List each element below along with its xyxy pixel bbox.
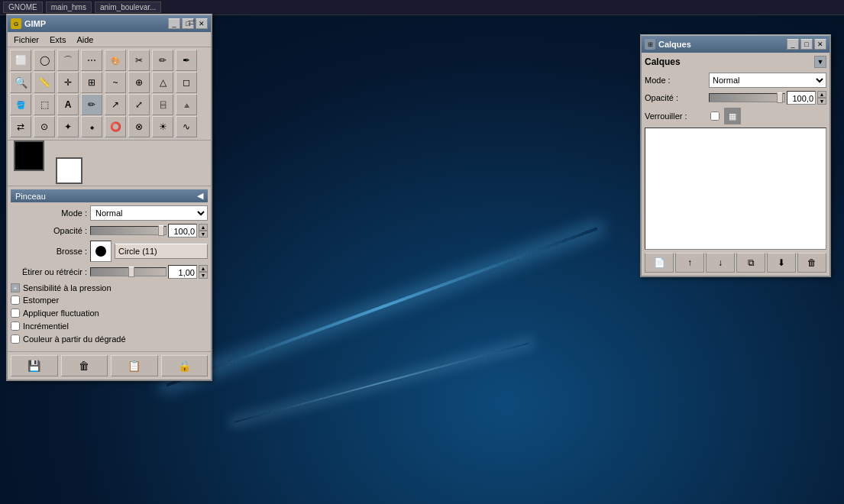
duplicate-layer-btn[interactable]: ⧉ bbox=[736, 253, 765, 273]
merge-layer-btn[interactable]: ⬇ bbox=[767, 253, 796, 273]
color-select-tool[interactable]: 🎨 bbox=[105, 50, 126, 71]
delete-bottom-btn[interactable]: 🗑 bbox=[61, 355, 108, 376]
appliquer-checkbox[interactable] bbox=[11, 309, 20, 318]
foreground-color-swatch[interactable] bbox=[14, 141, 44, 171]
brightness-tool[interactable]: ☀ bbox=[152, 116, 173, 137]
swap-colors-icon[interactable]: ⇄ bbox=[188, 17, 196, 27]
scissors-tool[interactable]: ✂ bbox=[128, 50, 150, 71]
mode-label: Mode : bbox=[11, 208, 87, 218]
brush-preview[interactable] bbox=[90, 241, 112, 262]
smudge-tool[interactable]: ~ bbox=[105, 72, 126, 93]
etirer-label: Étirer ou rétrécir : bbox=[11, 267, 87, 276]
taskbar-gimp[interactable]: GNOME bbox=[3, 2, 43, 13]
calques-menu-button[interactable]: ▼ bbox=[814, 56, 826, 68]
opacity-down[interactable]: ▼ bbox=[199, 231, 208, 237]
calques-maximize-btn[interactable]: □ bbox=[800, 39, 813, 50]
lock-pixels-checkbox[interactable] bbox=[710, 111, 720, 121]
incremental-row: Incrémentiel bbox=[11, 321, 208, 331]
rotate-tool[interactable]: ↗ bbox=[105, 94, 126, 115]
ellipse-select-tool[interactable]: ◯ bbox=[34, 50, 55, 71]
fg-select-tool[interactable]: ✦ bbox=[57, 116, 79, 137]
mode-select[interactable]: Normal bbox=[90, 205, 208, 221]
fuzzy-select-tool[interactable]: ⋯ bbox=[81, 50, 102, 71]
close-button[interactable]: ✕ bbox=[196, 18, 208, 29]
calques-mode-label: Mode : bbox=[645, 76, 706, 85]
brush-name-button[interactable]: Circle (11) bbox=[115, 244, 208, 259]
blend-tool[interactable]: ⬚ bbox=[34, 94, 55, 115]
heal-tool[interactable]: △ bbox=[152, 72, 173, 93]
calques-lock-row: Verrouiller : ▦ bbox=[645, 108, 826, 124]
etirer-down[interactable]: ▼ bbox=[199, 272, 208, 279]
estomper-checkbox[interactable] bbox=[11, 296, 20, 305]
opacity-up[interactable]: ▲ bbox=[199, 224, 208, 231]
paintbrush-tool active[interactable]: ✏ bbox=[81, 94, 102, 115]
etirer-up[interactable]: ▲ bbox=[199, 265, 208, 272]
perspective-tool[interactable]: ⟁ bbox=[176, 94, 197, 115]
opacity-value[interactable]: 100,0 bbox=[168, 224, 197, 237]
delete-layer-btn[interactable]: 🗑 bbox=[797, 253, 826, 273]
new-layer-btn[interactable]: 📄 bbox=[645, 253, 674, 273]
taskbar-anim[interactable]: anim_boulevar... bbox=[95, 2, 161, 13]
scale-tool[interactable]: ⤢ bbox=[128, 94, 150, 115]
shear-tool[interactable]: ⌸ bbox=[152, 94, 173, 115]
raise-layer-btn[interactable]: ↑ bbox=[675, 253, 704, 273]
free-select-tool[interactable]: ⊙ bbox=[34, 116, 55, 137]
calques-titlebar[interactable]: ⊞ Calques _ □ ✕ bbox=[642, 36, 829, 53]
align-tool[interactable]: ⊞ bbox=[81, 72, 102, 93]
zoom-tool[interactable]: 🔍 bbox=[10, 72, 31, 93]
menu-aide[interactable]: Aide bbox=[72, 34, 98, 45]
measure-tool[interactable]: 📏 bbox=[34, 72, 55, 93]
brosse-label: Brosse : bbox=[11, 247, 87, 256]
color-area: ⇄ bbox=[8, 141, 211, 186]
eraser-tool[interactable]: ◻ bbox=[176, 72, 197, 93]
pencil-tool[interactable]: ✒ bbox=[176, 50, 197, 71]
save-bottom-btn[interactable]: 💾 bbox=[11, 355, 58, 376]
gimp-titlebar[interactable]: G GIMP _ □ ✕ bbox=[8, 15, 211, 32]
gimp-icon: G bbox=[11, 18, 21, 29]
magic-wand-tool[interactable]: ⬥ bbox=[81, 116, 102, 137]
background-color-swatch[interactable] bbox=[56, 157, 82, 184]
couleur-checkbox[interactable] bbox=[11, 334, 20, 344]
calques-close-btn[interactable]: ✕ bbox=[814, 39, 826, 50]
calques-opacity-up[interactable]: ▲ bbox=[817, 91, 826, 98]
curves-tool[interactable]: ∿ bbox=[176, 116, 197, 137]
incremental-checkbox[interactable] bbox=[11, 321, 20, 331]
move-tool[interactable]: ✛ bbox=[57, 72, 79, 93]
lower-layer-btn[interactable]: ↓ bbox=[706, 253, 735, 273]
menu-fichier[interactable]: Fichier bbox=[9, 34, 44, 45]
minimize-button[interactable]: _ bbox=[168, 18, 180, 29]
copy-bottom-btn[interactable]: 📋 bbox=[111, 355, 158, 376]
calques-opacity-slider[interactable] bbox=[709, 93, 785, 102]
opacity-label: Opacité : bbox=[11, 226, 87, 235]
taskbar-main[interactable]: main_hms bbox=[46, 2, 92, 13]
lock-alpha-button[interactable]: ▦ bbox=[724, 108, 741, 124]
opacity-thumb bbox=[158, 225, 164, 236]
calques-mode-select[interactable]: Normal bbox=[709, 73, 826, 88]
text-tool[interactable]: A bbox=[57, 94, 79, 115]
incremental-label: Incrémentiel bbox=[23, 321, 69, 331]
calques-opacity-label: Opacité : bbox=[645, 93, 706, 102]
lock-bottom-btn[interactable]: 🔒 bbox=[161, 355, 209, 376]
taskbar: GNOME main_hms anim_boulevar... bbox=[0, 0, 844, 15]
calques-opacity-value[interactable]: 100,0 bbox=[787, 91, 816, 105]
calques-opacity-down[interactable]: ▼ bbox=[817, 98, 826, 105]
etirer-value[interactable]: 1,00 bbox=[168, 265, 197, 279]
tool-options-collapse[interactable]: ◀ bbox=[197, 191, 203, 201]
lasso-tool[interactable]: ⌒ bbox=[57, 50, 79, 71]
opacity-slider[interactable] bbox=[90, 226, 167, 235]
flip-tool[interactable]: ⇄ bbox=[10, 116, 31, 137]
calques-minimize-btn[interactable]: _ bbox=[787, 39, 799, 50]
menu-exts[interactable]: Exts bbox=[45, 34, 70, 45]
color-balance-tool[interactable]: ⭕ bbox=[105, 116, 126, 137]
bucket-fill-tool[interactable]: 🪣 bbox=[10, 94, 31, 115]
calques-opacity-thumb bbox=[777, 92, 783, 103]
etirer-thumb bbox=[128, 267, 134, 277]
etirer-slider[interactable] bbox=[90, 267, 167, 276]
paths-tool[interactable]: ✏ bbox=[152, 50, 173, 71]
hue-sat-tool[interactable]: ⊗ bbox=[128, 116, 150, 137]
color-swatches bbox=[14, 141, 75, 183]
expand-sensibilite-icon[interactable]: + bbox=[11, 283, 20, 292]
clone-tool[interactable]: ⊕ bbox=[128, 72, 150, 93]
couleur-row: Couleur à partir du dégradé bbox=[11, 334, 208, 344]
rect-select-tool[interactable]: ⬜ bbox=[10, 50, 31, 71]
